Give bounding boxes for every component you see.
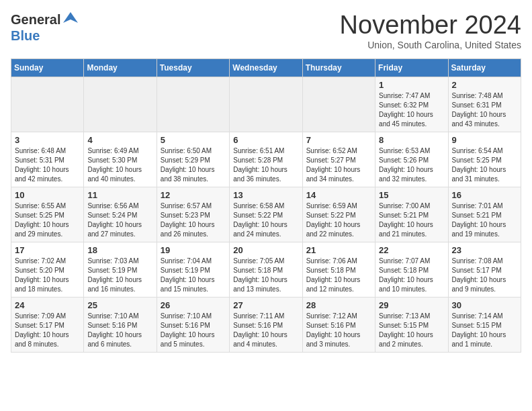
day-info: Sunrise: 7:02 AM Sunset: 5:20 PM Dayligh… <box>15 257 80 294</box>
calendar-week-2: 3Sunrise: 6:48 AM Sunset: 5:31 PM Daylig… <box>11 132 521 187</box>
calendar-week-4: 17Sunrise: 7:02 AM Sunset: 5:20 PM Dayli… <box>11 242 521 298</box>
header-cell-saturday: Saturday <box>448 59 521 77</box>
day-info: Sunrise: 7:11 AM Sunset: 5:16 PM Dayligh… <box>233 312 298 349</box>
day-number: 30 <box>452 300 517 310</box>
logo: General Blue <box>11 11 78 44</box>
calendar-cell: 13Sunrise: 6:58 AM Sunset: 5:22 PM Dayli… <box>230 187 302 242</box>
calendar-cell: 26Sunrise: 7:10 AM Sunset: 5:16 PM Dayli… <box>157 298 229 353</box>
calendar-week-5: 24Sunrise: 7:09 AM Sunset: 5:17 PM Dayli… <box>11 298 521 353</box>
logo-blue: Blue <box>11 28 40 43</box>
day-number: 25 <box>87 300 152 310</box>
location-subtitle: Union, South Carolina, United States <box>340 40 521 50</box>
day-info: Sunrise: 6:50 AM Sunset: 5:29 PM Dayligh… <box>161 146 226 184</box>
day-number: 12 <box>161 190 226 200</box>
day-info: Sunrise: 7:09 AM Sunset: 5:17 PM Dayligh… <box>15 312 80 349</box>
day-number: 15 <box>379 190 444 200</box>
day-number: 10 <box>15 190 80 200</box>
day-info: Sunrise: 7:06 AM Sunset: 5:18 PM Dayligh… <box>306 257 371 294</box>
day-number: 13 <box>233 190 298 200</box>
day-info: Sunrise: 6:48 AM Sunset: 5:31 PM Dayligh… <box>15 146 80 184</box>
calendar-cell: 30Sunrise: 7:14 AM Sunset: 5:15 PM Dayli… <box>448 298 521 353</box>
day-info: Sunrise: 7:10 AM Sunset: 5:16 PM Dayligh… <box>161 312 226 349</box>
day-info: Sunrise: 6:54 AM Sunset: 5:25 PM Dayligh… <box>452 146 517 184</box>
day-info: Sunrise: 6:59 AM Sunset: 5:22 PM Dayligh… <box>306 201 371 239</box>
day-number: 24 <box>15 300 80 310</box>
calendar-header: SundayMondayTuesdayWednesdayThursdayFrid… <box>11 59 521 77</box>
calendar-cell: 17Sunrise: 7:02 AM Sunset: 5:20 PM Dayli… <box>11 242 84 298</box>
calendar-cell: 29Sunrise: 7:13 AM Sunset: 5:15 PM Dayli… <box>375 298 448 353</box>
header-cell-tuesday: Tuesday <box>157 59 229 77</box>
day-number: 16 <box>452 190 517 200</box>
day-info: Sunrise: 7:12 AM Sunset: 5:16 PM Dayligh… <box>306 312 371 349</box>
day-number: 26 <box>161 300 226 310</box>
day-info: Sunrise: 7:13 AM Sunset: 5:15 PM Dayligh… <box>379 312 444 349</box>
calendar-cell: 7Sunrise: 6:52 AM Sunset: 5:27 PM Daylig… <box>302 132 375 187</box>
header-cell-thursday: Thursday <box>302 59 375 77</box>
calendar-cell <box>84 77 157 132</box>
calendar-cell: 20Sunrise: 7:05 AM Sunset: 5:18 PM Dayli… <box>230 242 302 298</box>
day-number: 11 <box>87 190 152 200</box>
header-cell-monday: Monday <box>84 59 157 77</box>
header-cell-friday: Friday <box>375 59 448 77</box>
day-number: 5 <box>161 135 226 145</box>
day-number: 18 <box>87 245 152 255</box>
calendar-cell: 27Sunrise: 7:11 AM Sunset: 5:16 PM Dayli… <box>230 298 302 353</box>
calendar-cell: 14Sunrise: 6:59 AM Sunset: 5:22 PM Dayli… <box>302 187 375 242</box>
calendar-table: SundayMondayTuesdayWednesdayThursdayFrid… <box>11 58 521 353</box>
calendar-cell: 6Sunrise: 6:51 AM Sunset: 5:28 PM Daylig… <box>230 132 302 187</box>
day-number: 14 <box>306 190 371 200</box>
calendar-cell: 22Sunrise: 7:07 AM Sunset: 5:18 PM Dayli… <box>375 242 448 298</box>
day-info: Sunrise: 6:55 AM Sunset: 5:25 PM Dayligh… <box>15 201 80 239</box>
day-info: Sunrise: 7:07 AM Sunset: 5:18 PM Dayligh… <box>379 257 444 294</box>
calendar-cell: 9Sunrise: 6:54 AM Sunset: 5:25 PM Daylig… <box>448 132 521 187</box>
day-number: 27 <box>233 300 298 310</box>
calendar-cell <box>230 77 302 132</box>
calendar-cell <box>302 77 375 132</box>
title-area: November 2024 Union, South Carolina, Uni… <box>340 11 521 50</box>
calendar-body: 1Sunrise: 7:47 AM Sunset: 6:32 PM Daylig… <box>11 77 521 353</box>
day-info: Sunrise: 6:58 AM Sunset: 5:22 PM Dayligh… <box>233 201 298 239</box>
calendar-cell: 10Sunrise: 6:55 AM Sunset: 5:25 PM Dayli… <box>11 187 84 242</box>
calendar-cell: 15Sunrise: 7:00 AM Sunset: 5:21 PM Dayli… <box>375 187 448 242</box>
day-number: 22 <box>379 245 444 255</box>
day-info: Sunrise: 7:03 AM Sunset: 5:19 PM Dayligh… <box>87 257 152 294</box>
svg-marker-0 <box>63 12 78 23</box>
day-number: 7 <box>306 135 371 145</box>
day-number: 3 <box>15 135 80 145</box>
header-cell-sunday: Sunday <box>11 59 84 77</box>
calendar-cell: 19Sunrise: 7:04 AM Sunset: 5:19 PM Dayli… <box>157 242 229 298</box>
day-info: Sunrise: 7:00 AM Sunset: 5:21 PM Dayligh… <box>379 201 444 239</box>
day-number: 17 <box>15 245 80 255</box>
day-number: 4 <box>87 135 152 145</box>
day-number: 8 <box>379 135 444 145</box>
month-title: November 2024 <box>340 11 521 40</box>
day-info: Sunrise: 6:52 AM Sunset: 5:27 PM Dayligh… <box>306 146 371 184</box>
day-info: Sunrise: 7:04 AM Sunset: 5:19 PM Dayligh… <box>161 257 226 294</box>
calendar-cell: 3Sunrise: 6:48 AM Sunset: 5:31 PM Daylig… <box>11 132 84 187</box>
day-info: Sunrise: 7:10 AM Sunset: 5:16 PM Dayligh… <box>87 312 152 349</box>
calendar-week-1: 1Sunrise: 7:47 AM Sunset: 6:32 PM Daylig… <box>11 77 521 132</box>
logo-general: General <box>11 12 60 28</box>
calendar-cell: 16Sunrise: 7:01 AM Sunset: 5:21 PM Dayli… <box>448 187 521 242</box>
day-info: Sunrise: 7:47 AM Sunset: 6:32 PM Dayligh… <box>379 91 444 129</box>
day-number: 6 <box>233 135 298 145</box>
day-number: 20 <box>233 245 298 255</box>
day-number: 28 <box>306 300 371 310</box>
header-row: SundayMondayTuesdayWednesdayThursdayFrid… <box>11 59 521 77</box>
day-info: Sunrise: 6:53 AM Sunset: 5:26 PM Dayligh… <box>379 146 444 184</box>
calendar-cell: 28Sunrise: 7:12 AM Sunset: 5:16 PM Dayli… <box>302 298 375 353</box>
calendar-cell <box>11 77 84 132</box>
calendar-cell: 4Sunrise: 6:49 AM Sunset: 5:30 PM Daylig… <box>84 132 157 187</box>
calendar-cell: 18Sunrise: 7:03 AM Sunset: 5:19 PM Dayli… <box>84 242 157 298</box>
header: General Blue November 2024 Union, South … <box>11 11 521 50</box>
day-info: Sunrise: 6:51 AM Sunset: 5:28 PM Dayligh… <box>233 146 298 184</box>
calendar-cell: 8Sunrise: 6:53 AM Sunset: 5:26 PM Daylig… <box>375 132 448 187</box>
calendar-cell <box>157 77 229 132</box>
calendar-week-3: 10Sunrise: 6:55 AM Sunset: 5:25 PM Dayli… <box>11 187 521 242</box>
day-number: 9 <box>452 135 517 145</box>
day-info: Sunrise: 7:14 AM Sunset: 5:15 PM Dayligh… <box>452 312 517 349</box>
day-info: Sunrise: 7:01 AM Sunset: 5:21 PM Dayligh… <box>452 201 517 239</box>
day-number: 19 <box>161 245 226 255</box>
calendar-cell: 5Sunrise: 6:50 AM Sunset: 5:29 PM Daylig… <box>157 132 229 187</box>
day-info: Sunrise: 6:56 AM Sunset: 5:24 PM Dayligh… <box>87 201 152 239</box>
